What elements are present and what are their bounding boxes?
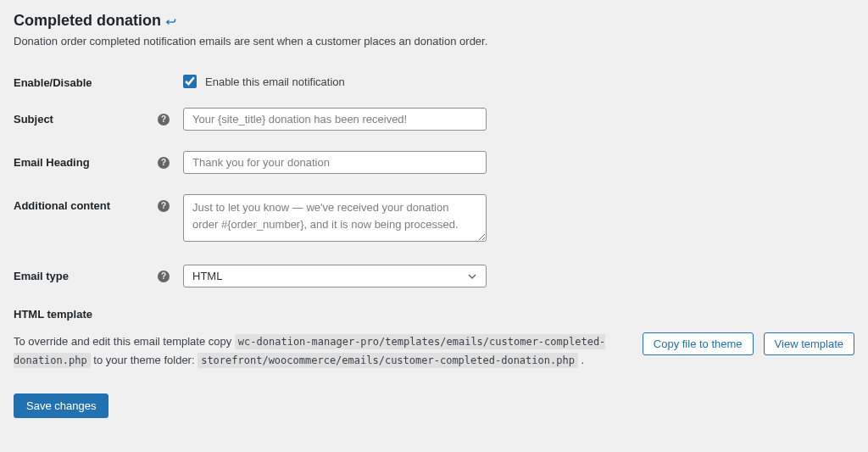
label-type-text: Email type	[14, 270, 69, 282]
copy-to-theme-button[interactable]: Copy file to theme	[643, 332, 754, 355]
help-icon[interactable]: ?	[158, 114, 170, 126]
field-enable: Enable this email notification	[183, 71, 345, 88]
page-description: Donation order completed notification em…	[14, 35, 854, 47]
help-icon[interactable]: ?	[158, 271, 170, 282]
help-icon[interactable]: ?	[158, 200, 170, 212]
template-path-dest: storefront/woocommerce/emails/customer-c…	[198, 353, 578, 368]
label-subject-text: Subject	[14, 113, 53, 126]
label-additional-text: Additional content	[14, 199, 110, 212]
label-additional: Additional content ?	[14, 194, 183, 212]
row-enable: Enable/Disable Enable this email notific…	[14, 71, 854, 89]
view-template-button[interactable]: View template	[764, 332, 854, 355]
field-additional	[183, 194, 487, 244]
label-heading-text: Email Heading	[14, 156, 90, 169]
subject-input[interactable]	[183, 108, 487, 131]
title-text: Completed donation	[14, 12, 161, 30]
template-prefix: To override and edit this email template…	[14, 335, 235, 348]
label-type: Email type ?	[14, 265, 183, 282]
row-subject: Subject ?	[14, 108, 854, 131]
page-title: Completed donation ⤴	[14, 12, 854, 30]
template-suffix: .	[581, 354, 585, 366]
label-enable-text: Enable/Disable	[14, 76, 92, 89]
type-select[interactable]: HTML	[183, 265, 487, 287]
label-heading: Email Heading ?	[14, 151, 183, 169]
save-button[interactable]: Save changes	[14, 393, 108, 418]
enable-checkbox[interactable]	[183, 75, 197, 88]
template-heading: HTML template	[14, 308, 854, 321]
heading-input[interactable]	[183, 151, 487, 174]
field-subject	[183, 108, 487, 131]
row-type: Email type ? HTML	[14, 265, 854, 287]
return-icon[interactable]: ⤴	[164, 18, 178, 24]
help-icon[interactable]: ?	[158, 157, 170, 169]
label-subject: Subject ?	[14, 108, 183, 126]
enable-checkbox-label: Enable this email notification	[205, 75, 345, 88]
row-heading: Email Heading ?	[14, 151, 854, 174]
template-text: To override and edit this email template…	[14, 332, 632, 370]
field-heading	[183, 151, 487, 174]
template-middle: to your theme folder:	[93, 354, 198, 366]
label-enable: Enable/Disable	[14, 71, 183, 89]
template-row: To override and edit this email template…	[14, 332, 854, 370]
additional-textarea[interactable]	[183, 194, 487, 242]
row-additional: Additional content ?	[14, 194, 854, 244]
field-type: HTML	[183, 265, 487, 287]
